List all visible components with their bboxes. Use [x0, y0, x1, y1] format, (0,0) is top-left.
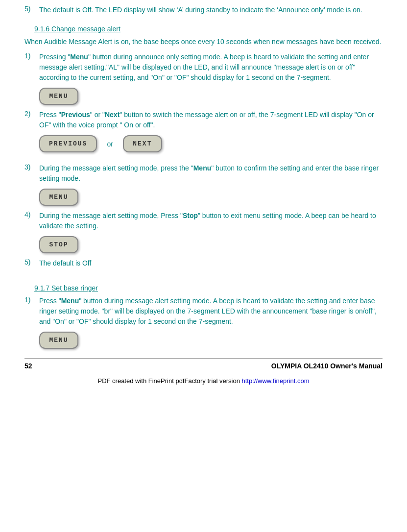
prev-step-5: 5) The default is Off. The LED display w… — [24, 5, 383, 15]
section-917-step-1-num: 1) — [24, 296, 39, 327]
step-1-num: 1) — [24, 52, 39, 83]
step-5-num: 5) — [24, 258, 39, 268]
pdf-footer: PDF created with FinePrint pdfFactory tr… — [24, 374, 383, 385]
section-917: 9.1.7 Set base ringer 1) Press "Menu" bu… — [24, 284, 383, 349]
section-header-916: 9.1.6 Change message alert — [34, 25, 383, 33]
previous-button: PREVIOUS — [39, 135, 97, 152]
step-1: 1) Pressing "Menu" button during announc… — [24, 52, 383, 83]
step-2-text: Press "Previous" or "Next" button to swi… — [39, 110, 383, 130]
manual-title: OLYMPIA OL2410 Owner's Manual — [271, 362, 383, 370]
step-5: 5) The default is Off — [24, 258, 383, 268]
step-4: 4) During the message alert setting mode… — [24, 211, 383, 231]
stop-button: STOP — [39, 236, 78, 253]
step-3-text: During the message alert setting mode, p… — [39, 163, 383, 184]
step-text: The default is Off. The LED display will… — [39, 5, 383, 15]
step-5-text: The default is Off — [39, 258, 383, 268]
step-3: 3) During the message alert setting mode… — [24, 163, 383, 184]
button-row-menu-1: MENU — [39, 88, 383, 105]
next-button: NEXT — [123, 135, 162, 152]
button-row-menu-2: MENU — [39, 189, 383, 206]
section-917-step-1-text: Press "Menu" button during message alert… — [39, 296, 383, 327]
button-row-prev-next: PREVIOUS or NEXT — [39, 135, 383, 152]
page-footer: 52 OLYMPIA OL2410 Owner's Manual — [24, 359, 383, 370]
section-917-step-1: 1) Press "Menu" button during message al… — [24, 296, 383, 327]
or-label: or — [107, 140, 113, 148]
section-916-intro: When Audible Message Alert is on, the ba… — [24, 37, 383, 47]
section-916: 9.1.6 Change message alert When Audible … — [24, 25, 383, 268]
step-4-num: 4) — [24, 211, 39, 231]
menu-button-1: MENU — [39, 88, 78, 105]
button-row-stop: STOP — [39, 236, 383, 253]
step-2-num: 2) — [24, 110, 39, 130]
step-3-num: 3) — [24, 163, 39, 184]
fineprint-link[interactable]: http://www.fineprint.com — [242, 377, 310, 385]
step-num: 5) — [24, 5, 39, 15]
step-4-text: During the message alert setting mode, P… — [39, 211, 383, 231]
page-number: 52 — [24, 362, 32, 370]
step-2: 2) Press "Previous" or "Next" button to … — [24, 110, 383, 130]
page-content: 5) The default is Off. The LED display w… — [24, 5, 383, 385]
pdf-footer-text: PDF created with FinePrint pdfFactory tr… — [97, 377, 241, 385]
step-1-text: Pressing "Menu" button during announce o… — [39, 52, 383, 83]
button-row-menu-3: MENU — [39, 332, 383, 349]
section-header-917: 9.1.7 Set base ringer — [34, 284, 383, 292]
menu-button-2: MENU — [39, 189, 78, 206]
menu-button-3: MENU — [39, 332, 78, 349]
